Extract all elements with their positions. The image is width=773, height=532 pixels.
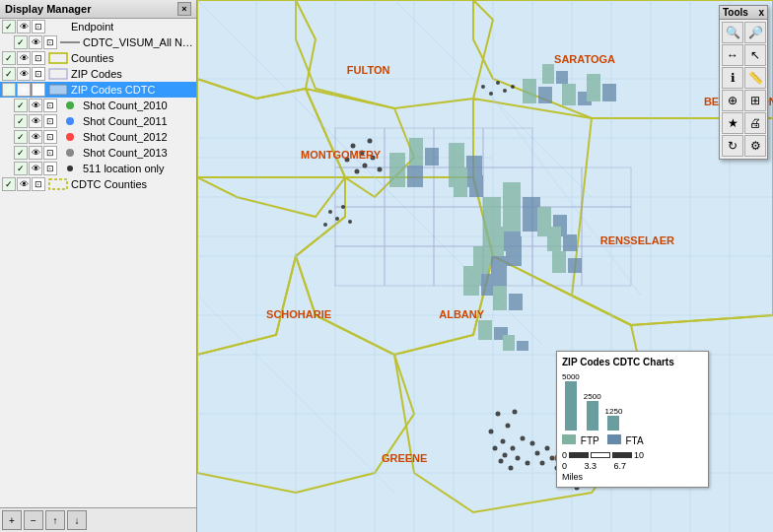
layer-sym-btn-zip-codes-cdtc[interactable]: ⊡ xyxy=(32,83,45,97)
layer-vis-shot-count-2011[interactable]: 👁 xyxy=(29,114,42,128)
layer-icons-511-location: ✓ 👁 ⊡ xyxy=(14,162,57,175)
scale-val-0: 0 xyxy=(562,450,567,460)
layer-symbol-shot-count-2011 xyxy=(60,114,80,128)
layer-sym-btn-shot-count-2011[interactable]: ⊡ xyxy=(43,114,57,128)
tool-btn-info[interactable]: ℹ xyxy=(722,67,743,89)
layer-item-shot-count-2012[interactable]: ✓ 👁 ⊡ Shot Count_2012 xyxy=(0,129,196,145)
layer-check-cdtc-counties[interactable]: ✓ xyxy=(2,177,16,191)
svg-point-5 xyxy=(66,117,74,125)
layer-vis-endpoint[interactable]: 👁 xyxy=(17,20,31,33)
layer-vis-cdtc-visum[interactable]: 👁 xyxy=(29,35,42,49)
svg-point-105 xyxy=(371,156,376,161)
layer-item-zip-codes[interactable]: ✓ 👁 ⊡ ZIP Codes xyxy=(0,66,196,82)
layer-sym-btn-shot-count-2010[interactable]: ⊡ xyxy=(43,99,57,112)
layer-sym-btn-511-location[interactable]: ⊡ xyxy=(43,162,57,175)
svg-rect-83 xyxy=(547,227,561,251)
svg-rect-90 xyxy=(556,71,568,84)
legend-box: ZIP Codes CDTC Charts 5000 2500 1250 xyxy=(556,351,709,488)
tools-close[interactable]: x xyxy=(758,7,764,18)
svg-point-119 xyxy=(499,459,504,464)
map-area[interactable]: FULTONSARATOGABENNINGTONMONTGOMERYRENSSE… xyxy=(197,0,773,532)
layer-sym-btn-shot-count-2013[interactable]: ⊡ xyxy=(43,146,57,160)
layer-item-endpoint[interactable]: ✓ 👁 ⊡ Endpoint xyxy=(0,19,196,34)
layer-icons-cdtc-counties: ✓ 👁 ⊡ xyxy=(2,177,45,191)
scale-bar: 0 10 xyxy=(562,450,703,460)
layer-check-511-location[interactable]: ✓ xyxy=(14,162,28,175)
layer-symbol-511-location xyxy=(60,162,80,175)
tools-title: Tools xyxy=(723,7,748,18)
legend-items: FTP FTA xyxy=(562,434,703,446)
layer-vis-zip-codes-cdtc[interactable]: 👁 xyxy=(17,83,31,97)
footer-btn-2[interactable]: − xyxy=(24,510,43,530)
svg-point-4 xyxy=(66,101,74,109)
layer-vis-cdtc-counties[interactable]: 👁 xyxy=(17,177,31,191)
svg-point-8 xyxy=(67,166,73,171)
layer-item-shot-count-2011[interactable]: ✓ 👁 ⊡ Shot Count_2011 xyxy=(0,113,196,129)
layer-check-counties[interactable]: ✓ xyxy=(2,51,16,65)
tool-btn-layer[interactable]: ⊞ xyxy=(744,90,766,111)
layer-sym-btn-endpoint[interactable]: ⊡ xyxy=(32,20,45,33)
layer-check-endpoint[interactable]: ✓ xyxy=(2,20,16,33)
footer-btn-4[interactable]: ↓ xyxy=(67,510,87,530)
tool-btn-measure[interactable]: 📏 xyxy=(744,67,766,89)
layer-check-shot-count-2011[interactable]: ✓ xyxy=(14,114,28,128)
tool-btn-identify[interactable]: ⊕ xyxy=(722,90,743,111)
tool-btn-print[interactable]: 🖨 xyxy=(744,112,766,134)
layer-vis-shot-count-2013[interactable]: 👁 xyxy=(29,146,42,160)
layer-sym-btn-counties[interactable]: ⊡ xyxy=(32,51,45,65)
footer-btn-1[interactable]: + xyxy=(2,510,22,530)
layer-sym-btn-cdtc-visum[interactable]: ⊡ xyxy=(43,35,57,49)
layer-item-zip-codes-cdtc[interactable]: ✓ 👁 ⊡ ZIP Codes CDTC xyxy=(0,82,196,98)
layer-icons-shot-count-2010: ✓ 👁 ⊡ xyxy=(14,99,57,112)
svg-point-114 xyxy=(503,453,508,458)
tools-grid: 🔍🔎↔↖ℹ📏⊕⊞★🖨↻⚙ xyxy=(720,20,767,159)
layer-vis-shot-count-2010[interactable]: 👁 xyxy=(29,99,42,112)
layer-name-cdtc-visum: CDTC_VISUM_All Netw xyxy=(83,36,194,48)
layer-sym-btn-shot-count-2012[interactable]: ⊡ xyxy=(43,130,57,144)
tool-btn-bookmark[interactable]: ★ xyxy=(722,112,743,134)
layer-item-shot-count-2013[interactable]: ✓ 👁 ⊡ Shot Count_2013 xyxy=(0,145,196,161)
layer-item-counties[interactable]: ✓ 👁 ⊡ Counties xyxy=(0,50,196,66)
layer-check-shot-count-2013[interactable]: ✓ xyxy=(14,146,28,160)
svg-point-130 xyxy=(481,85,485,89)
svg-point-7 xyxy=(66,149,74,157)
svg-rect-93 xyxy=(587,74,600,101)
layer-icons-shot-count-2012: ✓ 👁 ⊡ xyxy=(14,130,57,144)
layer-item-511-location[interactable]: ✓ 👁 ⊡ 511 location only xyxy=(0,161,196,176)
layer-check-zip-codes[interactable]: ✓ xyxy=(2,67,16,81)
layer-vis-511-location[interactable]: 👁 xyxy=(29,162,42,175)
svg-point-133 xyxy=(503,89,507,93)
display-manager: Display Manager × ✓ 👁 ⊡ Endpoint ✓ 👁 ⊡ C… xyxy=(0,0,197,532)
tool-btn-refresh[interactable]: ↻ xyxy=(722,135,743,157)
layer-symbol-zip-codes-cdtc xyxy=(48,83,68,97)
layer-item-shot-count-2010[interactable]: ✓ 👁 ⊡ Shot Count_2010 xyxy=(0,98,196,113)
layer-sym-btn-cdtc-counties[interactable]: ⊡ xyxy=(32,177,45,191)
layer-vis-counties[interactable]: 👁 xyxy=(17,51,31,65)
layer-item-cdtc-visum[interactable]: ✓ 👁 ⊡ CDTC_VISUM_All Netw xyxy=(0,34,196,50)
svg-rect-62 xyxy=(407,166,423,187)
tool-btn-pan[interactable]: ↔ xyxy=(722,44,743,66)
display-manager-close[interactable]: × xyxy=(177,2,191,16)
svg-point-106 xyxy=(378,167,383,172)
footer-btn-3[interactable]: ↑ xyxy=(45,510,65,530)
layer-vis-zip-codes[interactable]: 👁 xyxy=(17,67,31,81)
tool-btn-settings[interactable]: ⚙ xyxy=(744,135,766,157)
tool-btn-select[interactable]: ↖ xyxy=(744,44,766,66)
layer-check-zip-codes-cdtc[interactable]: ✓ xyxy=(2,83,16,97)
layer-check-shot-count-2012[interactable]: ✓ xyxy=(14,130,28,144)
svg-point-100 xyxy=(360,151,365,156)
layer-name-endpoint: Endpoint xyxy=(71,21,113,33)
layer-sym-btn-zip-codes[interactable]: ⊡ xyxy=(32,67,45,81)
layer-check-shot-count-2010[interactable]: ✓ xyxy=(14,99,28,112)
layer-symbol-counties xyxy=(48,51,68,65)
svg-point-134 xyxy=(511,85,515,89)
tool-btn-zoom-in[interactable]: 🔍 xyxy=(722,22,743,43)
svg-rect-72 xyxy=(506,236,522,266)
tool-btn-zoom-out[interactable]: 🔎 xyxy=(744,22,766,43)
tools-header[interactable]: Tools x xyxy=(720,6,767,20)
layer-vis-shot-count-2012[interactable]: 👁 xyxy=(29,130,42,144)
layer-item-cdtc-counties[interactable]: ✓ 👁 ⊡ CDTC Counties xyxy=(0,176,196,192)
svg-point-123 xyxy=(545,446,550,451)
svg-point-137 xyxy=(341,205,345,209)
layer-check-cdtc-visum[interactable]: ✓ xyxy=(14,35,28,49)
